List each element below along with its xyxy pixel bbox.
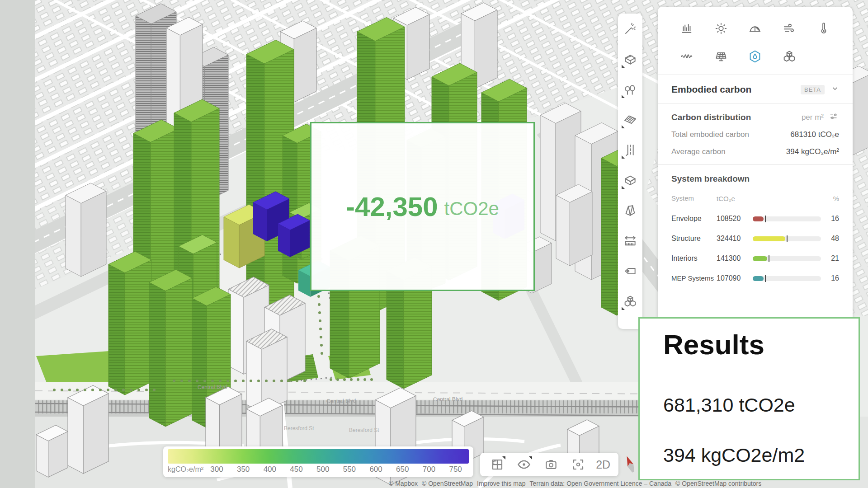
- vegetation-icon[interactable]: [621, 80, 639, 99]
- street-label: Central Blvd: [326, 398, 356, 404]
- legend-tick: 750: [442, 465, 469, 474]
- drawing-toolbar: [618, 14, 642, 329]
- row-bar: [753, 256, 821, 261]
- legend-unit: kgCO₂e/m²: [168, 465, 203, 474]
- carbon-legend: kgCO₂e/m² 300 350 400 450 500 550 600 65…: [163, 446, 473, 477]
- results-total: 681,310 tCO2e: [663, 394, 859, 416]
- noise-wave-icon[interactable]: [670, 47, 704, 66]
- viewport-gutter: [0, 0, 35, 488]
- materials-cubes-icon[interactable]: [772, 47, 807, 66]
- results-title: Results: [663, 328, 859, 361]
- thermometer-icon[interactable]: [807, 19, 841, 38]
- row-label: Interiors: [671, 254, 717, 263]
- row-value: 108520: [717, 215, 753, 223]
- legend-tick: 350: [230, 465, 257, 474]
- legend-tick: 550: [336, 465, 363, 474]
- statistics-icon[interactable]: [670, 19, 704, 38]
- map-controls-bar: 2D: [480, 453, 618, 476]
- street-label: Central Blvd: [198, 384, 227, 390]
- col-value: tCO₂e: [717, 195, 753, 202]
- analysis-tools-grid: [658, 7, 853, 75]
- magic-wand-icon[interactable]: [621, 20, 639, 38]
- col-percent: %: [821, 195, 839, 202]
- surface-icon[interactable]: [621, 111, 639, 129]
- compass-north-needle[interactable]: [622, 453, 638, 476]
- row-label: Envelope: [671, 215, 717, 223]
- results-callout: Results 681,310 tCO2e 394 kgCO2e/m2: [638, 317, 860, 480]
- row-bar: [753, 236, 821, 241]
- row-value: 141300: [717, 254, 753, 263]
- street-label: Beresford St: [284, 425, 314, 432]
- legend-gradient-bar: [168, 449, 469, 464]
- carbon-delta-value: -42,350: [346, 191, 438, 222]
- road-icon[interactable]: [621, 141, 639, 159]
- mapbox-link[interactable]: © Mapbox: [389, 480, 418, 487]
- application-window: Central Blvd Central Blvd Central Blvd B…: [0, 0, 868, 488]
- solar-panel-icon[interactable]: [704, 47, 738, 66]
- carbon-delta-unit: tCO2e: [444, 193, 499, 220]
- visibility-eye-icon[interactable]: [515, 455, 533, 474]
- total-carbon-value: 681310 tCO₂e: [790, 130, 839, 139]
- total-carbon-label: Total embodied carbon: [671, 130, 790, 139]
- wind-icon[interactable]: [772, 19, 807, 38]
- row-percent: 16: [821, 215, 839, 223]
- average-carbon-label: Average carbon: [671, 147, 786, 156]
- building-block-icon[interactable]: [621, 50, 639, 68]
- sun-icon[interactable]: [704, 19, 738, 38]
- breakdown-row-mep-systems[interactable]: MEP Systems 107090 16: [671, 268, 839, 288]
- legend-tick: 450: [283, 465, 310, 474]
- carbon-delta-overlay: -42,350 tCO2e: [310, 122, 535, 291]
- legend-tick: 500: [310, 465, 336, 474]
- measure-icon[interactable]: [621, 232, 639, 250]
- breakdown-row-structure[interactable]: Structure 324410 48: [671, 229, 839, 249]
- row-label: Structure: [671, 235, 717, 243]
- legend-tick: 600: [363, 465, 389, 474]
- embodied-carbon-hexagon-drop-icon[interactable]: [738, 47, 773, 66]
- improve-map-link[interactable]: Improve this map: [477, 480, 525, 487]
- street-label: Central Blvd: [433, 396, 463, 403]
- toggle-2d-button[interactable]: 2D: [596, 458, 610, 471]
- label-tag-icon[interactable]: [621, 262, 639, 280]
- osm-contributors-link[interactable]: © OpenStreetMap contributors: [675, 480, 761, 487]
- breakdown-row-interiors[interactable]: Interiors 141300 21: [671, 249, 839, 268]
- terrain-licence-text: Terrain data: Open Government Licence – …: [529, 480, 671, 487]
- breakdown-row-envelope[interactable]: Envelope 108520 16: [671, 209, 839, 229]
- group-cubes-icon[interactable]: [621, 292, 639, 310]
- recenter-focus-icon[interactable]: [569, 455, 587, 474]
- street-label: Beresford St: [349, 427, 379, 433]
- sun-hours-dome-icon[interactable]: [738, 19, 773, 38]
- system-breakdown-title: System breakdown: [671, 165, 839, 195]
- row-percent: 16: [821, 274, 839, 282]
- average-carbon-value: 394 kgCO₂e/m²: [786, 147, 839, 156]
- beta-badge: BETA: [801, 85, 825, 94]
- legend-tick: 400: [256, 465, 283, 474]
- volume-box-icon[interactable]: [621, 171, 639, 189]
- row-percent: 48: [821, 235, 839, 243]
- row-label: MEP Systems: [671, 275, 717, 282]
- row-percent: 21: [821, 254, 839, 263]
- distribution-settings-icon[interactable]: [829, 112, 839, 123]
- legend-tick: 700: [416, 465, 443, 474]
- breakdown-header-row: System tCO₂e %: [671, 195, 839, 209]
- analysis-panel: Embodied carbon BETA Carbon distribution…: [658, 7, 853, 322]
- panel-title: Embodied carbon: [671, 84, 801, 95]
- camera-icon[interactable]: [542, 455, 560, 474]
- chevron-down-icon[interactable]: [831, 84, 839, 94]
- row-bar: [753, 276, 821, 281]
- col-system: System: [671, 195, 717, 202]
- carbon-distribution-label: Carbon distribution: [671, 113, 802, 122]
- legend-tick: 300: [203, 465, 230, 474]
- draw-grid-icon[interactable]: [488, 455, 506, 474]
- results-average: 394 kgCO2e/m2: [663, 444, 859, 466]
- freeform-volume-icon[interactable]: [621, 202, 639, 220]
- osm-link[interactable]: © OpenStreetMap: [422, 480, 473, 487]
- legend-tick: 650: [389, 465, 416, 474]
- row-value: 324410: [717, 235, 753, 243]
- map-attribution: © Mapbox © OpenStreetMap Improve this ma…: [389, 479, 761, 488]
- per-m2-unit: per m²: [802, 113, 824, 122]
- row-value: 107090: [717, 274, 753, 282]
- row-bar: [753, 216, 821, 221]
